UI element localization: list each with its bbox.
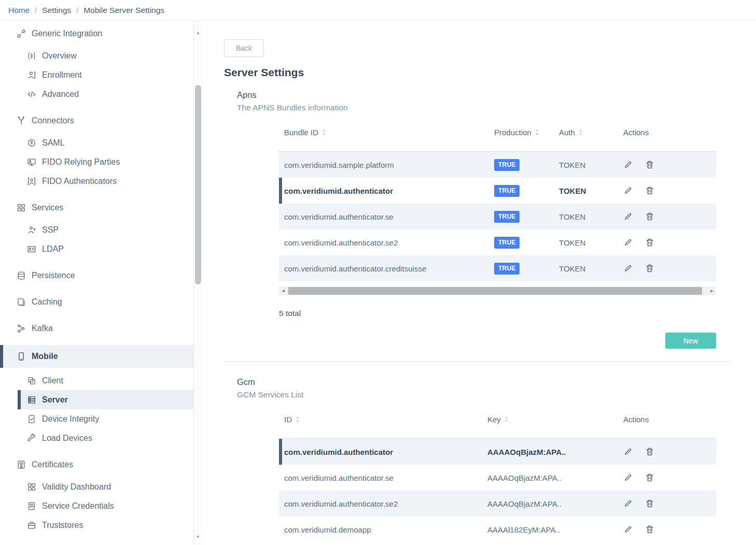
sidebar-item-saml[interactable]: SAML <box>0 133 193 152</box>
table-row[interactable]: com.veridiumid.authenticator.se2 AAAAOqB… <box>279 491 716 517</box>
column-production[interactable]: Production <box>489 128 554 137</box>
sidebar-item-overview[interactable]: Overview <box>0 46 193 65</box>
sidebar-item-validity-dashboard[interactable]: Validity Dashboard <box>0 477 193 496</box>
column-label: ID <box>284 415 292 424</box>
table-row-selected[interactable]: com.veridiumid.authenticator AAAAOqBjazM… <box>279 439 716 465</box>
sidebar-item-server[interactable]: Server <box>18 390 193 409</box>
column-id[interactable]: ID <box>279 415 482 424</box>
sort-icon[interactable] <box>505 416 509 423</box>
sidebar-item-load-devices[interactable]: Load Devices <box>0 428 193 448</box>
table-row[interactable]: com.veridiumid.authenticator.se2 TRUE TO… <box>279 230 716 255</box>
delete-icon[interactable] <box>645 525 654 534</box>
sort-icon[interactable] <box>579 129 583 136</box>
table-row[interactable]: com.veridiumid.authenticator.creditsuiss… <box>279 255 716 281</box>
auth-cell: TOKEN <box>554 187 618 195</box>
table-row[interactable]: com.veridiumid.authenticator.se TRUE TOK… <box>279 204 716 230</box>
code-icon <box>27 90 36 99</box>
edit-icon[interactable] <box>623 447 633 456</box>
document-lines-icon <box>27 501 36 511</box>
sidebar-item-generic-integration[interactable]: Generic Integration <box>0 24 193 43</box>
sidebar-item-device-integrity[interactable]: Device Integrity <box>0 409 193 428</box>
breadcrumb-settings-link[interactable]: Settings <box>42 6 71 15</box>
delete-icon[interactable] <box>645 160 654 169</box>
edit-icon[interactable] <box>623 525 633 534</box>
sort-icon[interactable] <box>296 416 300 423</box>
sidebar-item-service-credentials[interactable]: Service Credentials <box>0 496 193 515</box>
delete-icon[interactable] <box>645 238 654 247</box>
delete-icon[interactable] <box>645 447 654 456</box>
apns-table: Bundle ID Production Auth Actions com.ve… <box>279 120 716 349</box>
sidebar-scrollbar-thumb[interactable] <box>195 85 201 284</box>
sidebar-item-label: Client <box>42 376 63 385</box>
column-bundle-id[interactable]: Bundle ID <box>279 128 489 137</box>
table-horizontal-scrollbar[interactable]: ◀ ▶ <box>279 286 716 295</box>
sort-icon[interactable] <box>535 129 539 136</box>
horizontal-scrollbar-thumb[interactable] <box>288 287 702 295</box>
gcm-section-subtitle: GCM Services List <box>237 390 730 399</box>
sidebar-item-label: Load Devices <box>42 434 92 443</box>
sidebar-item-label: Advanced <box>42 90 79 99</box>
sidebar-item-connectors[interactable]: Connectors <box>0 111 193 130</box>
caching-icon <box>17 297 26 307</box>
edit-icon[interactable] <box>623 212 633 221</box>
column-label: Bundle ID <box>284 128 318 137</box>
edit-icon[interactable] <box>623 499 633 508</box>
bundle-id-cell: com.veridiumid.authenticator.creditsuiss… <box>279 264 489 273</box>
ldap-icon <box>27 245 36 254</box>
delete-icon[interactable] <box>645 186 654 195</box>
back-button[interactable]: Back <box>224 39 264 57</box>
scroll-up-arrow[interactable]: ▲ <box>194 30 202 36</box>
sidebar-item-enrollment[interactable]: Enrollment <box>0 65 193 84</box>
sidebar-item-truststores[interactable]: Truststores <box>0 515 193 535</box>
sidebar-item-label: FIDO Relying Parties <box>42 157 120 167</box>
column-label: Auth <box>559 128 575 137</box>
sidebar-item-label: Mobile <box>32 352 58 361</box>
table-row[interactable]: com.veridiumid.demoapp AAAAl182EyM:APA.. <box>279 517 716 542</box>
gcm-section-title: Gcm <box>237 377 730 387</box>
sidebar-item-fido-relying-parties[interactable]: FIDO Relying Parties <box>0 152 193 171</box>
mobile-icon <box>17 352 26 361</box>
edit-icon[interactable] <box>623 264 633 273</box>
sidebar-item-ssp[interactable]: SSP <box>0 220 193 239</box>
enrollment-icon <box>27 70 36 80</box>
scroll-right-arrow[interactable]: ▶ <box>708 286 716 295</box>
sidebar-item-ldap[interactable]: LDAP <box>0 239 193 259</box>
breadcrumb-current: Mobile Server Settings <box>83 6 164 15</box>
sidebar-item-label: SAML <box>42 138 65 148</box>
delete-icon[interactable] <box>645 212 654 221</box>
edit-icon[interactable] <box>623 160 633 169</box>
sidebar-item-advanced[interactable]: Advanced <box>0 84 193 104</box>
sidebar-item-client[interactable]: Client <box>0 371 193 390</box>
new-button[interactable]: New <box>665 333 716 349</box>
column-label: Key <box>487 415 501 424</box>
delete-icon[interactable] <box>645 473 654 482</box>
scroll-down-arrow[interactable]: ▼ <box>194 534 202 540</box>
table-row-selected[interactable]: com.veridiumid.authenticator TRUE TOKEN <box>279 178 716 204</box>
sidebar-item-certificates[interactable]: Certificates <box>0 455 193 474</box>
sidebar-item-kafka[interactable]: Kafka <box>0 319 193 338</box>
edit-icon[interactable] <box>623 186 633 195</box>
sidebar-item-label: Persistence <box>32 271 75 280</box>
breadcrumb-home-link[interactable]: Home <box>8 6 30 15</box>
edit-icon[interactable] <box>623 473 633 482</box>
column-key[interactable]: Key <box>482 415 618 424</box>
scroll-left-arrow[interactable]: ◀ <box>279 286 287 295</box>
sidebar-scrollbar[interactable]: ▲ ▼ <box>193 21 202 544</box>
sidebar-item-caching[interactable]: Caching <box>0 292 193 311</box>
sidebar-item-persistence[interactable]: Persistence <box>0 266 193 285</box>
delete-icon[interactable] <box>645 499 654 508</box>
sidebar-item-mobile[interactable]: Mobile <box>0 345 193 368</box>
table-row[interactable]: com.veridiumid.authenticator.se AAAAOqBj… <box>279 465 716 491</box>
sidebar-item-services[interactable]: Services <box>0 198 193 217</box>
gcm-key-cell: AAAAOqBjazM:APA.. <box>482 448 618 456</box>
gcm-table-header: ID Key Actions <box>279 407 716 439</box>
column-auth[interactable]: Auth <box>554 128 618 137</box>
gcm-key-cell: AAAAOqBjazM:APA.. <box>482 474 618 482</box>
edit-icon[interactable] <box>623 238 633 247</box>
sidebar-item-fido-authenticators[interactable]: FIDO Authenticators <box>0 171 193 191</box>
dashboard-grid-icon <box>27 482 36 492</box>
sort-icon[interactable] <box>322 129 326 136</box>
table-row[interactable]: com.veridiumid.sample.platform TRUE TOKE… <box>279 152 716 178</box>
auth-cell: TOKEN <box>554 264 618 273</box>
delete-icon[interactable] <box>645 264 654 273</box>
